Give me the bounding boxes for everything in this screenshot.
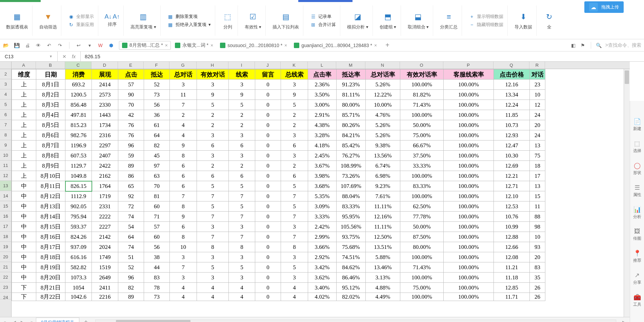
row-header[interactable]: 15 (0, 201, 11, 211)
cell[interactable]: 75.00% (400, 283, 444, 293)
cell[interactable]: 74.51% (337, 252, 366, 262)
cell[interactable]: 82 (118, 283, 144, 293)
cell[interactable]: 3 (229, 252, 255, 262)
cell[interactable]: 0 (255, 151, 281, 161)
cell[interactable]: 0 (255, 262, 281, 273)
row-header[interactable]: 2 (0, 69, 11, 79)
cell[interactable]: 上 (12, 141, 36, 151)
cell[interactable]: 3 (197, 80, 229, 90)
column-header[interactable]: H (197, 62, 228, 69)
cell[interactable]: 4 (197, 293, 229, 301)
side-analyze[interactable]: 📊分析 (633, 206, 641, 220)
cell[interactable]: 中 (12, 232, 36, 242)
cell[interactable]: 7 (229, 232, 255, 242)
cell[interactable]: 3 (197, 130, 229, 141)
row-header[interactable]: 24 (0, 293, 11, 299)
side-select[interactable]: ⬚选择 (633, 140, 641, 154)
cell[interactable]: 8月1日 (36, 80, 65, 90)
hide-detail-button[interactable]: −隐藏明细数据 (469, 22, 503, 28)
cell[interactable]: 8 (170, 151, 197, 161)
cell[interactable]: 100.00% (400, 252, 444, 262)
cell[interactable]: 71 (144, 212, 170, 222)
row-header[interactable]: 14 (0, 191, 11, 201)
header-cell[interactable]: 对话 (530, 69, 545, 80)
select-all-corner[interactable] (0, 62, 12, 69)
cell[interactable]: 85.42% (337, 141, 366, 151)
consolidate-button[interactable]: ⊞合并计算 (310, 22, 336, 28)
cell[interactable]: 2.92% (308, 252, 337, 262)
show-all-button[interactable]: ◉全部显示 (68, 14, 94, 20)
cube-icon[interactable]: ⬢ (108, 42, 114, 48)
cell[interactable]: 4.88% (366, 283, 400, 293)
cell[interactable]: 上 (12, 130, 36, 141)
row-header[interactable]: 17 (0, 221, 11, 232)
cell[interactable]: 100.00% (444, 273, 494, 283)
cell[interactable]: 0 (255, 181, 281, 191)
cell[interactable]: 81 (144, 191, 170, 201)
import-data-button[interactable]: ⬇ 导入数据 (510, 5, 537, 36)
header-cell[interactable]: 消费 (65, 69, 92, 80)
cell[interactable]: 7 (170, 262, 197, 273)
record-form-button[interactable]: ☰记录单 (310, 14, 336, 20)
cell[interactable]: 3 (197, 252, 229, 262)
cell[interactable]: 83.33% (400, 181, 444, 191)
cell[interactable]: 3 (281, 273, 308, 283)
header-cell[interactable]: 点击率 (308, 69, 337, 80)
sheet-nav-next-icon[interactable]: ▶ (19, 320, 25, 322)
header-cell[interactable]: 点击 (118, 69, 144, 80)
cell[interactable]: 12.69 (494, 161, 530, 171)
column-header[interactable]: M (336, 62, 365, 69)
header-cell[interactable]: 有效对话 (197, 69, 229, 80)
cell[interactable]: 8月9日 (36, 161, 65, 171)
cell[interactable]: 76.27% (337, 151, 366, 161)
print-icon[interactable]: 🖨 (24, 42, 31, 48)
cell[interactable]: 4.49% (366, 293, 400, 301)
cell[interactable]: 4 (229, 283, 255, 293)
cell[interactable]: 8月10日 (36, 171, 65, 181)
cell[interactable]: 61 (144, 120, 170, 130)
cell[interactable]: 9 (170, 141, 197, 151)
cell[interactable]: 6 (197, 141, 229, 151)
undo-icon[interactable]: ↶ (46, 42, 52, 48)
cell[interactable]: 7 (197, 212, 229, 222)
cell[interactable]: 13.34 (494, 90, 530, 100)
column-header[interactable]: C (65, 62, 92, 69)
sheet-nav-last-icon[interactable]: ⇥ (27, 320, 34, 322)
cell[interactable]: 7 (281, 232, 308, 242)
cell[interactable]: 2 (229, 161, 255, 171)
cell[interactable]: 12 (530, 100, 545, 110)
cell[interactable]: 中 (12, 242, 36, 252)
header-cell[interactable]: 抵达 (144, 69, 170, 80)
cell[interactable]: 826.15 (65, 181, 92, 191)
cell[interactable]: 3 (197, 273, 229, 283)
cell[interactable]: 3.67% (308, 161, 337, 171)
cell[interactable]: 4 (170, 130, 197, 141)
cell[interactable]: 5 (197, 201, 229, 212)
cell[interactable]: 中 (12, 212, 36, 222)
cell[interactable]: 86 (118, 171, 144, 181)
cell[interactable]: 100.00% (444, 90, 494, 100)
cell[interactable]: 83 (144, 273, 170, 283)
header-cell[interactable]: 客服线索率 (444, 69, 494, 80)
cell[interactable]: 中 (12, 201, 36, 212)
header-cell[interactable]: 有效对话率 (400, 69, 444, 80)
cell[interactable]: 7.61% (366, 191, 400, 201)
cell[interactable]: 97 (144, 161, 170, 171)
cell[interactable]: 8月18日 (36, 252, 65, 262)
spreadsheet-grid[interactable]: 维度日期消费展现点击抵达总对话有效对话线索留言总线索点击率抵达率总对话率有效对话… (12, 69, 545, 301)
cell[interactable]: 1112.9 (65, 191, 92, 201)
cell[interactable]: 2 (197, 110, 229, 120)
cell[interactable]: 51 (118, 252, 144, 262)
column-header[interactable]: Q (494, 62, 529, 69)
side-shape[interactable]: ◯形状 (633, 162, 641, 176)
cell[interactable]: 上 (12, 171, 36, 181)
cell[interactable]: 65 (118, 181, 144, 191)
cell[interactable]: 693.2 (65, 80, 92, 90)
cell[interactable]: 593.37 (65, 222, 92, 232)
cell[interactable]: 18 (530, 161, 545, 171)
cell[interactable]: 63 (144, 171, 170, 181)
cell[interactable]: 89 (118, 161, 144, 171)
cell[interactable]: 8 (170, 232, 197, 242)
cell[interactable]: 26 (530, 293, 545, 301)
cell[interactable]: 10.30 (494, 151, 530, 161)
